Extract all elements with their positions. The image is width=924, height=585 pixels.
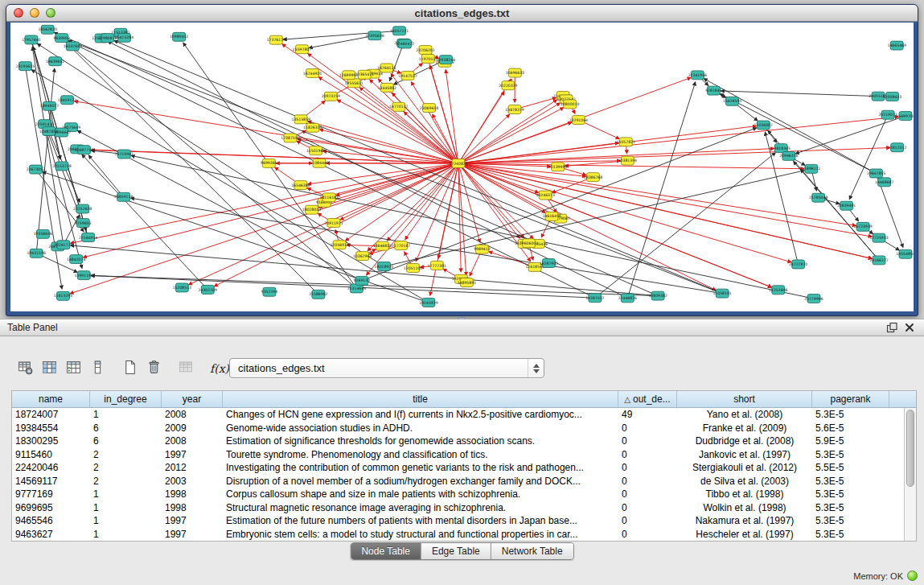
graph-node[interactable]: 16710941: [115, 150, 133, 159]
graph-node[interactable]: 22812312: [888, 143, 906, 152]
table-cell[interactable]: 0: [618, 462, 677, 473]
table-cell[interactable]: 18300295: [12, 435, 90, 447]
graph-node[interactable]: 10487856: [39, 127, 58, 136]
minimize-window-button[interactable]: [30, 8, 39, 18]
graph-node[interactable]: 15415284: [115, 33, 133, 42]
table-selector-dropdown[interactable]: citations_edges.txt: [229, 358, 544, 378]
table-cell[interactable]: 6: [90, 435, 162, 447]
table-cell[interactable]: 2: [90, 476, 162, 487]
graph-node[interactable]: 23291064: [569, 116, 588, 125]
table-cell[interactable]: 2: [90, 462, 162, 473]
table-cell[interactable]: 9115460: [12, 449, 90, 460]
graph-node[interactable]: 21586982: [309, 290, 327, 299]
graph-node[interactable]: 19358656: [34, 229, 52, 238]
table-row[interactable]: 946362711997Embryonic stem cells: a mode…: [12, 528, 904, 542]
column-header-title[interactable]: title: [223, 391, 618, 407]
table-cell[interactable]: Investigating the contribution of common…: [223, 462, 618, 473]
graph-node[interactable]: 14554854: [896, 249, 914, 258]
graph-node[interactable]: 19606007: [519, 239, 538, 248]
table-cell[interactable]: Estimation of significance thresholds fo…: [223, 435, 618, 447]
graph-node[interactable]: 20911971: [324, 218, 343, 227]
graph-node[interactable]: 17725933: [869, 233, 888, 242]
graph-node[interactable]: 21770187: [392, 241, 410, 250]
table-cell[interactable]: 0: [618, 449, 677, 460]
add-column-button[interactable]: [85, 357, 109, 379]
graph-node[interactable]: 23946316: [779, 151, 798, 160]
graph-node[interactable]: 22938246: [437, 56, 455, 64]
graph-node[interactable]: 21785048: [809, 193, 827, 202]
graph-node[interactable]: 23779996: [804, 295, 823, 303]
tab-network-table[interactable]: Network Table: [491, 543, 573, 559]
graph-node[interactable]: 22673052: [27, 165, 45, 174]
graph-node[interactable]: 19245929: [419, 298, 437, 307]
graph-edge[interactable]: [458, 117, 898, 163]
table-cell[interactable]: 5.3E-5: [812, 449, 889, 460]
graph-node[interactable]: 20261778: [54, 241, 72, 249]
graph-node[interactable]: 20219071: [878, 110, 897, 119]
graph-node[interactable]: 14468687: [875, 178, 893, 187]
graph-node[interactable]: 10381394: [618, 156, 637, 165]
zoom-window-button[interactable]: [46, 8, 55, 18]
table-cell[interactable]: Changes of HCN gene expression and I(f) …: [223, 409, 618, 420]
column-header-in_degree[interactable]: in_degree: [90, 391, 162, 407]
graph-node[interactable]: 9352294: [261, 287, 278, 296]
table-cell[interactable]: 2012: [162, 462, 223, 473]
graph-edge[interactable]: [458, 163, 791, 262]
graph-node[interactable]: 24727870: [789, 260, 807, 269]
graph-node[interactable]: 16723939: [853, 222, 872, 231]
graph-node[interactable]: 15678229: [505, 105, 524, 113]
graph-node[interactable]: 14895895: [458, 278, 476, 287]
table-cell[interactable]: 1: [90, 488, 162, 500]
graph-edge[interactable]: [458, 163, 524, 237]
table-cell[interactable]: 0: [618, 529, 677, 540]
graph-node[interactable]: 12699992: [339, 71, 358, 80]
graph-node[interactable]: 10246373: [536, 191, 554, 200]
graph-node[interactable]: 20839491: [837, 201, 856, 210]
graph-node[interactable]: 10696633: [506, 68, 524, 77]
table-row[interactable]: 946554611997Estimation of the future num…: [12, 514, 904, 528]
graph-node[interactable]: 9699365: [261, 159, 277, 167]
graph-edge[interactable]: [367, 163, 458, 275]
table-cell[interactable]: 0: [618, 422, 677, 434]
graph-node[interactable]: 22395636: [365, 31, 384, 40]
graph-node[interactable]: 10367964: [353, 252, 372, 261]
graph-edge[interactable]: [458, 108, 564, 163]
graph-node[interactable]: 24166177: [869, 256, 888, 265]
graph-node[interactable]: 22153738: [52, 162, 71, 171]
graph-node[interactable]: 14665469: [888, 41, 906, 50]
graph-node[interactable]: 18116183: [320, 193, 339, 202]
float-panel-button[interactable]: [885, 322, 898, 335]
graph-node[interactable]: 14616456: [542, 212, 561, 220]
graph-edge[interactable]: [458, 163, 856, 225]
show-columns-button[interactable]: [37, 357, 61, 379]
edit-columns-button[interactable]: [61, 357, 85, 379]
table-cell[interactable]: 19384554: [12, 422, 90, 434]
table-row[interactable]: 1830029562008Estimation of significance …: [12, 435, 904, 448]
scrollbar-thumb[interactable]: [906, 410, 914, 487]
table-cell[interactable]: 1997: [162, 449, 223, 460]
close-panel-button[interactable]: [902, 322, 916, 335]
table-cell[interactable]: Hescheler et al. (1997): [677, 529, 812, 540]
graph-edge[interactable]: [68, 40, 722, 293]
table-cell[interactable]: 0: [618, 435, 677, 447]
table-cell[interactable]: Estimation of the future numbers of pati…: [223, 515, 618, 526]
graph-node[interactable]: 24302209: [199, 285, 217, 294]
table-cell[interactable]: 2: [90, 449, 162, 460]
tab-node-table[interactable]: Node Table: [351, 543, 421, 559]
table-cell[interactable]: 5.3E-5: [812, 515, 889, 526]
graph-node[interactable]: 19431106: [27, 249, 46, 257]
graph-node[interactable]: 12051100: [404, 264, 422, 273]
graph-node[interactable]: 13515859: [291, 115, 310, 124]
table-cell[interactable]: 2003: [162, 476, 223, 487]
graph-node[interactable]: 20139990: [548, 163, 567, 171]
graph-edge[interactable]: [32, 47, 64, 245]
table-cell[interactable]: Embryonic stem cells: a model to study s…: [223, 529, 618, 540]
table-cell[interactable]: Genome-wide association studies in ADHD.: [223, 422, 618, 434]
graph-edge[interactable]: [91, 276, 595, 299]
graph-edge[interactable]: [318, 163, 458, 208]
graph-node[interactable]: 14770137: [389, 102, 408, 111]
graph-node[interactable]: 15057821: [617, 138, 635, 146]
graph-node[interactable]: 18948077: [40, 101, 59, 110]
column-header-out_de[interactable]: △out_de...: [618, 391, 677, 407]
graph-edge[interactable]: [458, 114, 510, 163]
